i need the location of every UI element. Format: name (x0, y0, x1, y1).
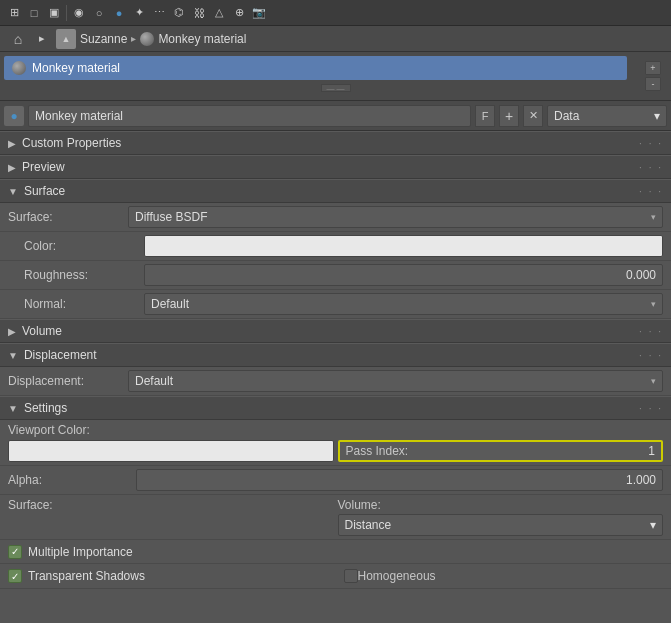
dropdown-arrow-icon: ▾ (654, 109, 660, 123)
toolbar-icon-checked[interactable]: ▣ (44, 3, 64, 23)
surface-triangle-icon: ▼ (8, 186, 18, 197)
toolbar-icon-texture[interactable]: ✦ (129, 3, 149, 23)
breadcrumb-material: Monkey material (158, 32, 246, 46)
roughness-input[interactable]: 0.000 (144, 264, 663, 286)
material-slot-sphere-icon (12, 61, 26, 75)
transparent-checkmark-icon: ✓ (11, 571, 19, 582)
pass-index-box[interactable]: Pass Index: 1 (338, 440, 664, 462)
toolbar-icon-circle-dot[interactable]: ◉ (69, 3, 89, 23)
slot-scroll-down-btn[interactable]: - (645, 77, 661, 91)
material-add-btn[interactable]: + (499, 105, 519, 127)
toolbar-icon-grid[interactable]: ⊞ (4, 3, 24, 23)
surface-label: Surface (24, 184, 65, 198)
multiple-importance-row: ✓ Multiple Importance (0, 540, 671, 564)
material-name-input[interactable] (28, 105, 471, 127)
displacement-dropdown[interactable]: Default ▾ (128, 370, 663, 392)
pass-index-value: 1 (648, 444, 655, 458)
viewport-color-swatch[interactable] (8, 440, 334, 462)
surface-dots: · · · (639, 186, 663, 197)
alpha-label: Alpha: (8, 473, 128, 487)
custom-properties-label: Custom Properties (22, 136, 121, 150)
custom-properties-dots: · · · (639, 138, 663, 149)
toolbar-icon-sphere[interactable]: ○ (89, 3, 109, 23)
volume-label: Volume (22, 324, 62, 338)
toolbar-icon-constraints[interactable]: ⛓ (189, 3, 209, 23)
material-slot[interactable]: Monkey material (4, 56, 627, 80)
material-type-icon[interactable]: ● (4, 106, 24, 126)
slot-scroll-up-btn[interactable]: + (645, 61, 661, 75)
breadcrumb-arrow-icon[interactable]: ▸ (32, 29, 52, 49)
custom-properties-header[interactable]: ▶ Custom Properties · · · (0, 131, 671, 155)
breadcrumb-bar: ⌂ ▸ ▲ Suzanne ▸ Monkey material (0, 26, 671, 52)
slot-expander: — — (321, 84, 351, 92)
transparent-shadows-label: Transparent Shadows (28, 569, 145, 583)
surface-dropdown[interactable]: Diffuse BSDF ▾ (128, 206, 663, 228)
color-swatch[interactable] (144, 235, 663, 257)
toolbar-icon-world[interactable]: ⊕ (229, 3, 249, 23)
toolbar-icon-object-data[interactable]: △ (209, 3, 229, 23)
toolbar-separator-1 (66, 5, 67, 21)
breadcrumb-material-icon (140, 32, 154, 46)
material-context-dropdown[interactable]: Data ▾ (547, 105, 667, 127)
color-prop-row: Color: (0, 232, 671, 261)
breadcrumb-sep: ▸ (131, 33, 136, 44)
viewport-color-row: Viewport Color: Pass Index: 1 (0, 420, 671, 466)
displacement-dots: · · · (639, 350, 663, 361)
normal-field-value: Default ▾ (144, 293, 663, 315)
breadcrumb-home-icon[interactable]: ⌂ (8, 29, 28, 49)
settings-dots: · · · (639, 403, 663, 414)
toolbar-icon-render[interactable]: 📷 (249, 3, 269, 23)
roughness-value: 0.000 (626, 268, 656, 282)
homogeneous-checkbox[interactable] (344, 569, 358, 583)
alpha-row: Alpha: 1.000 (0, 466, 671, 495)
multiple-importance-checkbox[interactable]: ✓ (8, 545, 22, 559)
material-fake-user-btn[interactable]: F (475, 105, 495, 127)
breadcrumb-object-icon[interactable]: ▲ (56, 29, 76, 49)
normal-dropdown-arrow-icon: ▾ (651, 299, 656, 309)
top-toolbar: ⊞ □ ▣ ◉ ○ ● ✦ ⋯ ⌬ ⛓ △ ⊕ 📷 (0, 0, 671, 26)
material-data-row: ● F + ✕ Data ▾ (0, 101, 671, 131)
toolbar-icon-box[interactable]: □ (24, 3, 44, 23)
volume-dots: · · · (639, 326, 663, 337)
material-remove-btn[interactable]: ✕ (523, 105, 543, 127)
settings-volume-label: Volume: (338, 498, 664, 512)
alpha-input[interactable]: 1.000 (136, 469, 663, 491)
custom-properties-triangle-icon: ▶ (8, 138, 16, 149)
displacement-header[interactable]: ▼ Displacement · · · (0, 343, 671, 367)
x-icon: ✕ (529, 109, 538, 122)
pass-index-label: Pass Index: (346, 444, 409, 458)
surface-prop-row: Surface: Diffuse BSDF ▾ (0, 203, 671, 232)
preview-dots: · · · (639, 162, 663, 173)
volume-header[interactable]: ▶ Volume · · · (0, 319, 671, 343)
homogeneous-row: Homogeneous (336, 564, 672, 588)
settings-volume-col: Volume: Distance ▾ (338, 498, 664, 536)
toolbar-icon-particles[interactable]: ⋯ (149, 3, 169, 23)
volume-dropdown[interactable]: Distance ▾ (338, 514, 664, 536)
surface-field-label: Surface: (8, 210, 128, 224)
settings-triangle-icon: ▼ (8, 403, 18, 414)
normal-prop-row: Normal: Default ▾ (0, 290, 671, 319)
displacement-dropdown-arrow-icon: ▾ (651, 376, 656, 386)
roughness-prop-row: Roughness: 0.000 (0, 261, 671, 290)
last-settings-row: ✓ Transparent Shadows Homogeneous (0, 564, 671, 589)
preview-header[interactable]: ▶ Preview · · · (0, 155, 671, 179)
checkmark-icon: ✓ (11, 546, 19, 557)
surface-content: Surface: Diffuse BSDF ▾ Color: Roughness… (0, 203, 671, 319)
displacement-field-value: Default ▾ (128, 370, 663, 392)
multiple-importance-label: Multiple Importance (28, 545, 133, 559)
settings-header[interactable]: ▼ Settings · · · (0, 396, 671, 420)
transparent-shadows-checkbox[interactable]: ✓ (8, 569, 22, 583)
settings-surface-label: Surface: (8, 498, 334, 512)
preview-label: Preview (22, 160, 65, 174)
settings-label: Settings (24, 401, 67, 415)
normal-dropdown[interactable]: Default ▾ (144, 293, 663, 315)
slot-scroll-area: + - (635, 52, 671, 100)
roughness-field-value: 0.000 (144, 264, 663, 286)
toolbar-icon-physics[interactable]: ⌬ (169, 3, 189, 23)
surface-header[interactable]: ▼ Surface · · · (0, 179, 671, 203)
plus-icon: + (505, 108, 513, 124)
toolbar-icon-material[interactable]: ● (109, 3, 129, 23)
preview-triangle-icon: ▶ (8, 162, 16, 173)
volume-triangle-icon: ▶ (8, 326, 16, 337)
color-field-value (144, 235, 663, 257)
